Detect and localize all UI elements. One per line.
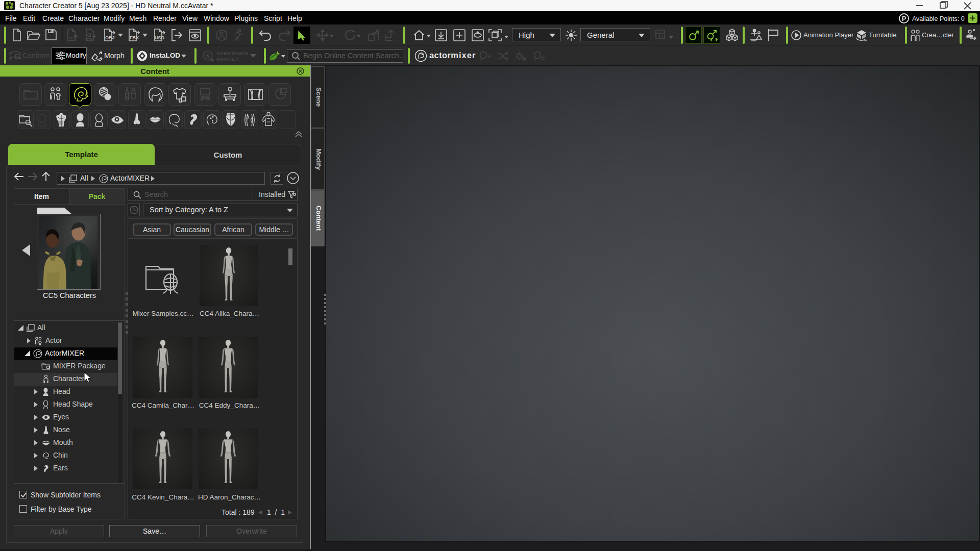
svg-text:OBJ: OBJ xyxy=(105,35,115,40)
svg-text:IC: IC xyxy=(69,36,74,40)
svg-text:1: 1 xyxy=(662,35,664,40)
svg-text:P: P xyxy=(902,15,906,22)
svg-text:S: S xyxy=(206,53,210,60)
svg-text:FBX: FBX xyxy=(130,35,139,40)
svg-text:USD: USD xyxy=(155,35,165,40)
